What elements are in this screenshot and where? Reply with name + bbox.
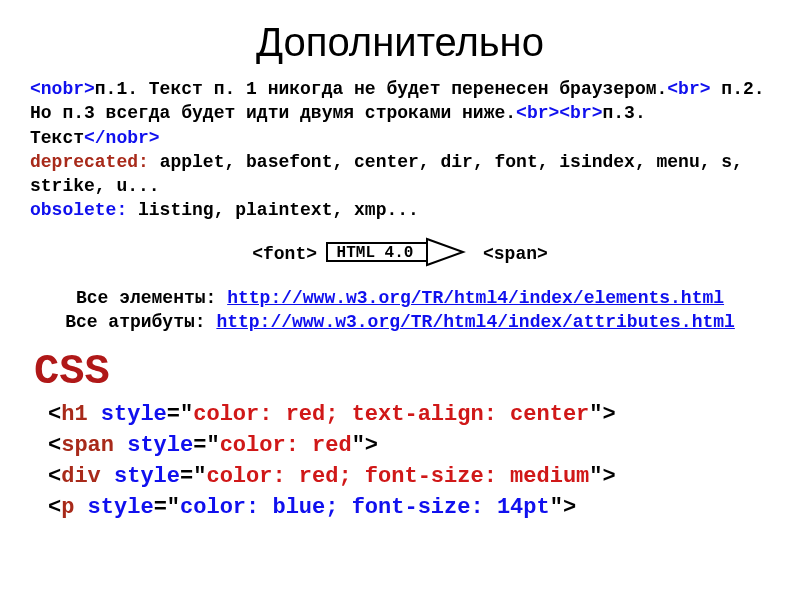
nobr-example: <nobr>п.1. Текст п. 1 никогда не будет п… (30, 77, 770, 150)
diagram-left-label: <font> (252, 244, 317, 264)
elements-link-url[interactable]: http://www.w3.org/TR/html4/index/element… (227, 288, 724, 308)
css-example-2: <span style="color: red"> (48, 431, 770, 462)
slide-page: Дополнительно <nobr>п.1. Текст п. 1 нико… (0, 0, 800, 524)
deprecated-label: deprecated: (30, 152, 149, 172)
nobr-text-1: п.1. Текст п. 1 никогда не будет перенес… (95, 79, 668, 99)
html4-box-text: HTML 4.0 (337, 244, 414, 262)
css-example-1: <h1 style="color: red; text-align: cente… (48, 400, 770, 431)
deprecated-line: deprecated: applet, basefont, center, di… (30, 150, 770, 199)
elements-link-label: Все элементы: (76, 288, 227, 308)
html4-arrow-icon: HTML 4.0 (325, 237, 475, 272)
svg-marker-1 (427, 239, 463, 265)
nobr-open-tag: <nobr> (30, 79, 95, 99)
obsolete-label: obsolete: (30, 200, 127, 220)
font-to-span-diagram: <font> HTML 4.0 <span> (30, 237, 770, 272)
attributes-link-row: Все атрибуты: http://www.w3.org/TR/html4… (30, 310, 770, 334)
reference-links: Все элементы: http://www.w3.org/TR/html4… (30, 286, 770, 335)
attributes-link-url[interactable]: http://www.w3.org/TR/html4/index/attribu… (216, 312, 734, 332)
css-heading: CSS (34, 348, 770, 396)
elements-link-row: Все элементы: http://www.w3.org/TR/html4… (30, 286, 770, 310)
obsolete-line: obsolete: listing, plaintext, xmp... (30, 198, 770, 222)
nobr-close-tag: </nobr> (84, 128, 160, 148)
diagram-right-label: <span> (483, 244, 548, 264)
css-example-4: <p style="color: blue; font-size: 14pt"> (48, 493, 770, 524)
attributes-link-label: Все атрибуты: (65, 312, 216, 332)
css-examples: <h1 style="color: red; text-align: cente… (30, 400, 770, 523)
slide-title: Дополнительно (30, 20, 770, 65)
br-tag-1: <br> (667, 79, 710, 99)
css-example-3: <div style="color: red; font-size: mediu… (48, 462, 770, 493)
br-tag-2: <br><br> (516, 103, 602, 123)
obsolete-list: listing, plaintext, xmp... (127, 200, 419, 220)
